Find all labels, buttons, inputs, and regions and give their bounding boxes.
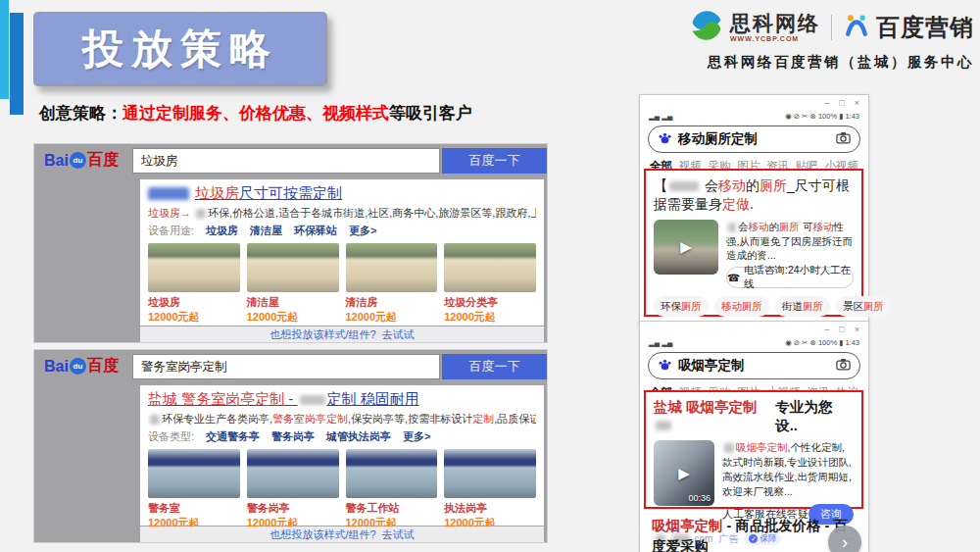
clock: 1:43: [845, 338, 859, 347]
product-card[interactable]: 垃圾房 12000元起: [148, 243, 240, 325]
video-thumbnail[interactable]: ▶: [654, 220, 718, 275]
tag-pill[interactable]: 移动厕所: [714, 296, 769, 317]
minimize-button[interactable]: –: [824, 98, 829, 108]
product-image: [444, 449, 536, 498]
camera-icon[interactable]: [836, 357, 851, 375]
search-input[interactable]: 垃圾房: [132, 148, 440, 174]
baidu-logo-bai: Bai: [44, 358, 69, 376]
organic-result-link[interactable]: 吸烟亭定制 - 商品批发价格 - 百度爱采购: [652, 516, 857, 552]
product-price: 12000元起: [247, 310, 339, 325]
product-card[interactable]: 清洁房 12000元起: [346, 243, 438, 325]
status-icons: ◉ ⊘ ✂ ⊗: [785, 112, 816, 121]
phone-icon: ☎: [727, 272, 740, 283]
camera-icon[interactable]: [836, 130, 851, 148]
strategy-line: 创意策略：通过定制服务、价格优惠、视频样式等吸引客户: [39, 102, 472, 125]
phone-consult-button[interactable]: ☎ 电话咨询:24小时人工在线: [726, 267, 854, 288]
product-card[interactable]: 垃圾分类亭 12000元起: [444, 243, 536, 325]
ad-title-link[interactable]: 【 会移动的厕所_尺寸可根据需要量身定做.: [654, 176, 854, 215]
product-image: [148, 243, 240, 292]
sublink[interactable]: 交通警务亭: [206, 429, 260, 444]
product-name: 清洁房: [346, 295, 438, 310]
clock: 1:43: [845, 112, 859, 121]
minimize-button[interactable]: –: [824, 325, 829, 334]
product-name: 清洁屋: [247, 295, 339, 310]
sublink[interactable]: 垃圾房: [206, 224, 238, 238]
tag-pill[interactable]: 环保厕所: [654, 296, 709, 317]
search-button[interactable]: 百度一下: [442, 354, 547, 379]
product-card[interactable]: 警务岗亭 12000元起: [247, 449, 339, 530]
product-card-row: 垃圾房 12000元起 清洁屋 12000元起 清洁房 12000元起 垃圾分类…: [148, 243, 536, 325]
result-title-link[interactable]: 垃圾房尺寸可按需定制: [148, 184, 536, 203]
status-icons: ◉ ⊘ ✂ ⊗: [785, 338, 816, 347]
sublink[interactable]: 警务岗亭: [271, 429, 315, 444]
search-button[interactable]: 百度一下: [442, 148, 547, 174]
status-bar: ▂▄ ▂▄ ◉ ⊘ ✂ ⊗ 100% ▮ 1:43: [640, 110, 868, 123]
baidu-logo: Bai du 百度: [44, 356, 119, 376]
product-price: 12000元起: [148, 310, 240, 325]
brand-divider: [831, 15, 832, 40]
sublink[interactable]: 更多>: [349, 224, 376, 238]
product-card[interactable]: 执法岗亭 12000元起: [444, 449, 536, 530]
product-card[interactable]: 警务工作站 12000元起: [346, 449, 438, 530]
search-query[interactable]: 移动厕所定制: [678, 130, 830, 148]
product-name: 执法岗亭: [444, 501, 536, 516]
sublink[interactable]: 更多>: [403, 429, 430, 444]
baidu-logo: Bai du 百度: [44, 150, 119, 171]
baidu-logo-cn: 百度: [87, 356, 119, 376]
sublink[interactable]: 城管执法岗亭: [326, 429, 391, 444]
result-description: 环保专业生产各类岗亭,警务室岗亭定制,保安岗亭等,按需非标设计定制,品质保证,终…: [148, 412, 536, 427]
title-logo-thumb: [148, 187, 189, 200]
ad-result-card: 盐城 警务室岗亭定制 - 定制 稳固耐用 环保专业生产各类岗亭,警务室岗亭定制,…: [140, 385, 544, 526]
close-button[interactable]: ×: [855, 325, 859, 334]
ad-title-link[interactable]: 盐城 吸烟亭定制: [654, 398, 775, 435]
product-card[interactable]: 清洁屋 12000元起: [247, 243, 339, 325]
try-style-bar[interactable]: 也想投放该样式/组件? 去试试: [140, 326, 544, 342]
strategy-highlight: 通过定制服务、价格优惠、视频样式: [122, 104, 389, 123]
battery-percent: 100%: [818, 338, 837, 347]
result-title-text: 盐城 警务室岗亭定制 - 定制 稳固耐用: [148, 390, 419, 409]
video-thumbnail[interactable]: ▶ 00:36: [654, 440, 714, 506]
maximize-button[interactable]: □: [839, 98, 844, 108]
video-duration: 00:36: [688, 493, 710, 503]
chevron-right-icon: ›: [842, 531, 848, 552]
try-style-prompt: 也想投放该样式/组件?: [270, 327, 375, 342]
battery-icon: ▮: [839, 338, 843, 347]
maximize-button[interactable]: □: [839, 325, 844, 334]
result-sublinks: 设备用途: 垃圾房 清洁屋 环保驿站 更多>: [148, 224, 536, 238]
accent-bar-light: [0, 0, 9, 99]
product-name: 警务岗亭: [247, 501, 339, 516]
product-price: 12000元起: [346, 310, 438, 325]
sublink[interactable]: 环保驿站: [294, 224, 337, 238]
tag-pill[interactable]: 景区厕所: [836, 296, 891, 317]
result-title-link[interactable]: 盐城 警务室岗亭定制 - 定制 稳固耐用: [148, 390, 536, 409]
try-style-action[interactable]: 去试试: [382, 527, 415, 542]
tag-pill[interactable]: 街道厕所: [775, 296, 830, 317]
product-card[interactable]: 警务室 12000元起: [148, 449, 240, 530]
search-query[interactable]: 吸烟亭定制: [678, 357, 830, 375]
ad-description: 吸烟亭定制,个性化定制,款式时尚新颖,专业设计团队,高效流水线作业,出货周期短,…: [722, 440, 854, 499]
desktop-serp-screenshot-2: Bai du 百度 警务室岗亭定制 百度一下 盐城 警务室岗亭定制 - 定制 稳…: [34, 350, 547, 542]
mobile-search-bar[interactable]: 吸烟亭定制: [648, 352, 860, 379]
product-image: [444, 243, 536, 292]
mobile-serp-screenshot-2: – □ × ▂▄ ▂▄ ◉ ⊘ ✂ ⊗ 100% ▮ 1:43 吸烟亭定制 全部…: [639, 321, 869, 552]
battery-icon: ▮: [839, 112, 843, 121]
play-icon: ▶: [654, 220, 718, 275]
try-style-bar[interactable]: 也想投放该样式/组件? 去试试: [140, 527, 544, 542]
next-page-fab[interactable]: ›: [828, 526, 861, 552]
product-image: [247, 449, 339, 498]
mobile-search-bar[interactable]: 移动厕所定制: [648, 125, 860, 153]
close-button[interactable]: ×: [855, 98, 859, 108]
sike-logo-url: WWW.YCBP.COM: [730, 35, 820, 42]
page-title-banner: 投放策略: [33, 12, 327, 86]
try-style-prompt: 也想投放该样式/组件?: [270, 527, 375, 542]
status-bar: ▂▄ ▂▄ ◉ ⊘ ✂ ⊗ 100% ▮ 1:43: [640, 336, 868, 349]
highlighted-ad-result: 盐城 吸烟亭定制 专业为您设.. ▶ 00:36 吸烟亭定制,个性化定制,款式时…: [644, 390, 863, 509]
search-input[interactable]: 警务室岗亭定制: [132, 354, 440, 379]
slide-canvas: 投放策略 创意策略：通过定制服务、价格优惠、视频样式等吸引客户 思科网络 WWW…: [0, 0, 980, 552]
result-title-text: 垃圾房尺寸可按需定制: [195, 184, 342, 203]
ad-title-right[interactable]: 专业为您设..: [775, 398, 854, 435]
sublink[interactable]: 清洁屋: [250, 224, 282, 238]
baidu-marketing-logo-icon: [843, 12, 870, 43]
try-style-action[interactable]: 去试试: [382, 327, 415, 342]
product-image: [346, 449, 438, 498]
